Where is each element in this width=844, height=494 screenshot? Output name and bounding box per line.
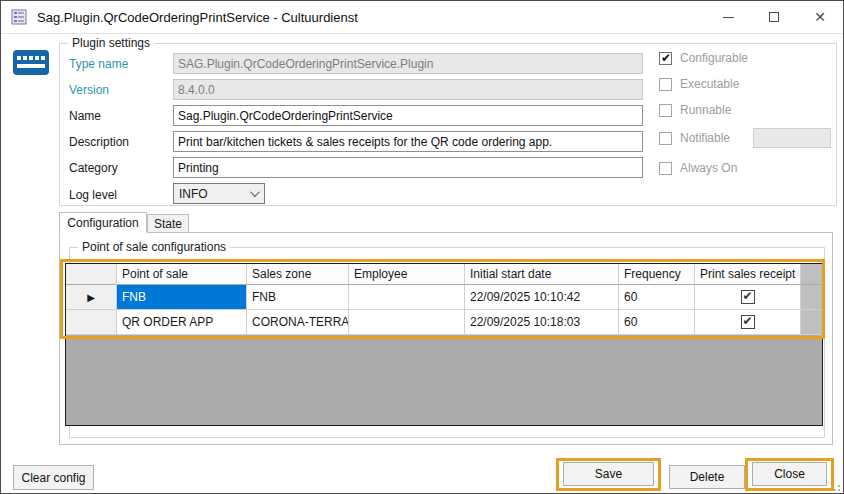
checkbox-checked-icon[interactable] [741, 290, 755, 304]
executable-label: Executable [680, 77, 739, 91]
title-bar: Sag.Plugin.QrCodeOrderingPrintService - … [1, 1, 843, 34]
resize-grip[interactable] [830, 481, 840, 491]
plugin-settings-legend: Plugin settings [68, 36, 154, 50]
grid-filler-header [801, 264, 822, 285]
col-header-sales-zone[interactable]: Sales zone [247, 264, 349, 285]
cell-employee[interactable] [349, 310, 465, 335]
maximize-button[interactable] [751, 1, 797, 33]
executable-checkbox: Executable [659, 77, 739, 91]
log-level-label: Log level [69, 188, 169, 202]
col-header-point-of-sale[interactable]: Point of sale [117, 264, 247, 285]
tab-state-label: State [154, 217, 182, 231]
tab-configuration[interactable]: Configuration [59, 212, 147, 233]
tab-state[interactable]: State [147, 214, 189, 233]
save-button[interactable]: Save [563, 462, 654, 486]
checkbox-checked-icon [659, 52, 672, 65]
tab-configuration-label: Configuration [67, 216, 138, 230]
app-icon [11, 9, 27, 25]
description-label: Description [69, 135, 169, 149]
notifiable-label: Notifiable [680, 131, 730, 145]
col-header-print-sales-receipt[interactable]: Print sales receipt [695, 264, 801, 285]
cell-print-sales-receipt[interactable] [695, 285, 801, 310]
grid-corner-cell [66, 264, 117, 285]
cell-print-sales-receipt[interactable] [695, 310, 801, 335]
checkbox-unchecked-icon [659, 162, 672, 175]
always-on-label: Always On [680, 161, 737, 175]
table-row[interactable]: QR ORDER APP CORONA-TERRAS 22/09/2025 10… [66, 310, 822, 335]
cell-initial-start-date[interactable]: 22/09/2025 10:10:42 [465, 285, 619, 310]
maximize-icon [769, 12, 779, 22]
plugin-settings-dialog: Sag.Plugin.QrCodeOrderingPrintService - … [0, 0, 844, 494]
keyboard-icon [12, 47, 50, 77]
cell-sales-zone[interactable]: CORONA-TERRAS [247, 310, 349, 335]
window-title: Sag.Plugin.QrCodeOrderingPrintService - … [37, 10, 358, 25]
configurable-label: Configurable [680, 51, 748, 65]
close-icon: ✕ [814, 10, 826, 24]
runnable-label: Runnable [680, 103, 731, 117]
checkbox-unchecked-icon [659, 104, 672, 117]
name-label: Name [69, 109, 169, 123]
cell-frequency[interactable]: 60 [619, 285, 695, 310]
description-field[interactable] [173, 131, 643, 152]
type-name-label: Type name [69, 57, 169, 71]
delete-button[interactable]: Delete [669, 465, 745, 489]
close-button[interactable]: Close [752, 462, 827, 486]
close-window-button[interactable]: ✕ [797, 1, 843, 33]
checkbox-checked-icon[interactable] [741, 315, 755, 329]
col-header-employee[interactable]: Employee [349, 264, 465, 285]
log-level-select[interactable]: INFO [173, 183, 265, 204]
category-label: Category [69, 161, 169, 175]
cell-sales-zone[interactable]: FNB [247, 285, 349, 310]
grid-filler-cell [801, 310, 822, 335]
cell-point-of-sale[interactable]: FNB [117, 285, 247, 310]
always-on-checkbox: Always On [659, 161, 737, 175]
pos-config-legend: Point of sale configurations [78, 240, 230, 254]
col-header-frequency[interactable]: Frequency [619, 264, 695, 285]
col-header-initial-start-date[interactable]: Initial start date [465, 264, 619, 285]
clear-config-button[interactable]: Clear config [13, 465, 94, 490]
cell-frequency[interactable]: 60 [619, 310, 695, 335]
table-row[interactable]: ▶ FNB FNB 22/09/2025 10:10:42 60 [66, 285, 822, 310]
pos-config-grid: Point of sale Sales zone Employee Initia… [65, 263, 823, 426]
version-field [173, 79, 643, 100]
chevron-down-icon [250, 187, 260, 197]
cell-employee[interactable] [349, 285, 465, 310]
version-label: Version [69, 83, 169, 97]
minimize-button[interactable] [705, 1, 751, 33]
configurable-checkbox: Configurable [659, 51, 748, 65]
log-level-value: INFO [179, 187, 208, 201]
checkbox-unchecked-icon [659, 132, 672, 145]
category-field[interactable] [173, 157, 643, 178]
grid-filler-cell [801, 285, 822, 310]
notifiable-checkbox: Notifiable [659, 131, 730, 145]
notifiable-field [753, 128, 831, 148]
grid-header-row: Point of sale Sales zone Employee Initia… [66, 264, 822, 285]
cell-initial-start-date[interactable]: 22/09/2025 10:18:03 [465, 310, 619, 335]
checkbox-unchecked-icon [659, 78, 672, 91]
cell-point-of-sale[interactable]: QR ORDER APP [117, 310, 247, 335]
type-name-field [173, 53, 643, 74]
name-field[interactable] [173, 105, 643, 126]
minimize-icon [723, 17, 734, 18]
row-selector-arrow: ▶ [87, 292, 95, 303]
runnable-checkbox: Runnable [659, 103, 731, 117]
